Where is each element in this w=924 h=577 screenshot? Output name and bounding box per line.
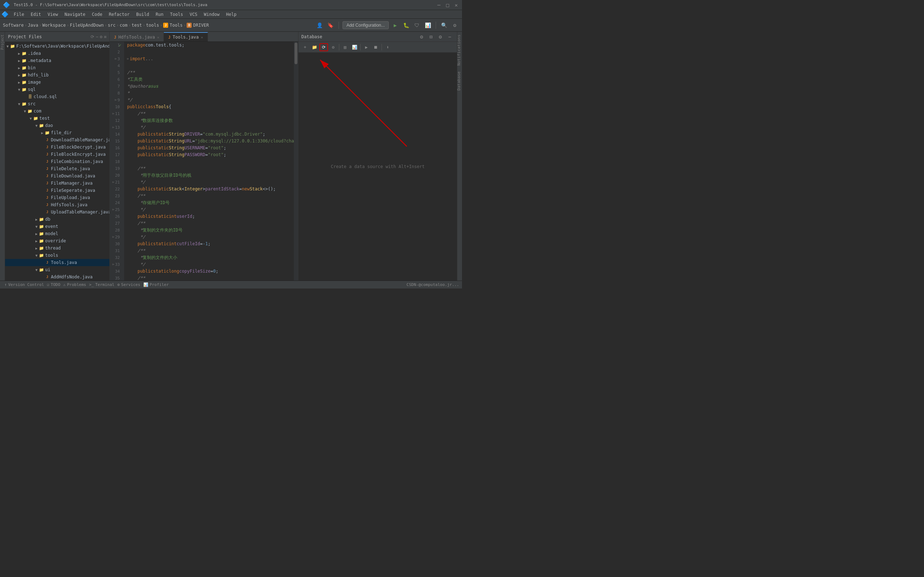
- code-editor[interactable]: 1✓ 2 ⊳3 4 5 6 7 8 ⊳9 10 ⊳11 12 ⊳13 14 15…: [110, 42, 298, 280]
- tree-item-db[interactable]: ▶ 📁 db: [5, 216, 109, 223]
- db-panel-pin[interactable]: −: [446, 32, 454, 41]
- tab-close-Tools[interactable]: ✕: [201, 35, 203, 39]
- scroll-indicator[interactable]: [294, 42, 298, 280]
- terminal-tab[interactable]: >_ Terminal: [88, 282, 116, 287]
- tree-item-dao[interactable]: ▼ 📁 dao: [5, 122, 109, 129]
- db-panel-layout[interactable]: ⊟: [426, 32, 435, 41]
- breadcrumb-com[interactable]: com: [120, 23, 128, 28]
- tree-item-thread[interactable]: ▶ 📁 thread: [5, 245, 109, 252]
- db-add-btn[interactable]: +: [300, 43, 309, 51]
- tree-item-FileDelete[interactable]: ▶ J FileDelete.java: [5, 165, 109, 172]
- breadcrumb-fileupanddown[interactable]: FileUpAndDown: [69, 23, 103, 28]
- db-settings-btn[interactable]: ⚙: [329, 43, 338, 51]
- db-run-btn[interactable]: ▶: [362, 43, 371, 51]
- db-folder-btn[interactable]: 📁: [310, 43, 319, 51]
- tree-item-FileDownload[interactable]: ▶ J FileDownload.java: [5, 172, 109, 180]
- minimize-button[interactable]: ─: [436, 2, 442, 8]
- breadcrumb-java[interactable]: Java: [28, 23, 38, 28]
- tree-item-FileSeperate[interactable]: ▶ J FileSeperate.java: [5, 187, 109, 194]
- tree-item-sql[interactable]: ▼ 📁 sql: [5, 86, 109, 93]
- tree-item-DownloadTableManager[interactable]: ▶ J DownloadTableManager.java: [5, 136, 109, 143]
- tree-item-UploadTableManager[interactable]: ▶ J UploadTableManager.java: [5, 208, 109, 216]
- menu-file[interactable]: File: [11, 11, 27, 18]
- db-stop-btn[interactable]: ⏹: [372, 43, 380, 51]
- db-panel-gear[interactable]: ⚙: [436, 32, 445, 41]
- db-refresh-highlighted-btn[interactable]: ⟳: [320, 43, 328, 51]
- tree-item-tools[interactable]: ▼ 📁 tools: [5, 252, 109, 259]
- menu-tools[interactable]: Tools: [167, 11, 186, 18]
- tree-item-FileBlockEncrypt[interactable]: ▶ J FileBlockEncrypt.java: [5, 151, 109, 158]
- services-tab[interactable]: ⚙ Services: [116, 282, 142, 287]
- breadcrumb-software[interactable]: Software: [3, 23, 24, 28]
- coverage-btn[interactable]: 🛡: [412, 21, 421, 29]
- tree-item-metadata[interactable]: ▶ 📁 .metadata: [5, 57, 109, 64]
- panel-settings-btn[interactable]: ⚙: [100, 34, 102, 39]
- breadcrumb-driver[interactable]: DRIVER: [193, 23, 208, 28]
- tree-item-model[interactable]: ▶ 📁 model: [5, 230, 109, 237]
- search-everywhere-btn[interactable]: 👤: [315, 21, 324, 29]
- tree-item-FileBlockDecrypt[interactable]: ▶ J FileBlockDecrypt.java: [5, 143, 109, 151]
- tree-item-file-dir[interactable]: ▶ 📁 file_dir: [5, 129, 109, 136]
- tree-item-Tools-java[interactable]: ▶ J Tools.java: [5, 259, 109, 266]
- menu-help[interactable]: Help: [223, 11, 239, 18]
- add-configuration-button[interactable]: Add Configuration...: [342, 21, 389, 29]
- db-schema-btn[interactable]: 📊: [350, 43, 359, 51]
- profiler-tab[interactable]: 📊 Profiler: [142, 282, 170, 287]
- db-console-btn[interactable]: ▤: [341, 43, 349, 51]
- tree-item-event[interactable]: ▼ 📁 event: [5, 223, 109, 230]
- breadcrumb-workspace[interactable]: Workspace: [42, 23, 66, 28]
- panel-gear-btn[interactable]: ≡: [104, 34, 107, 39]
- tab-Tools[interactable]: J Tools.java ✕: [164, 32, 208, 42]
- profile-btn[interactable]: 📊: [423, 21, 432, 29]
- breadcrumb-tools[interactable]: tools: [146, 23, 159, 28]
- tree-item-FileUpload[interactable]: ▶ J FileUpload.java: [5, 194, 109, 201]
- tab-HdfsTools[interactable]: J HdfsTools.java ✕: [110, 32, 164, 42]
- breadcrumb-current-file[interactable]: Tools: [170, 23, 183, 28]
- tree-item-ui[interactable]: ▼ 📁 ui: [5, 266, 109, 273]
- db-panel-settings[interactable]: ⚙: [417, 32, 426, 41]
- menu-navigate[interactable]: Navigate: [62, 11, 89, 18]
- tree-item-test[interactable]: ▼ 📁 test: [5, 115, 109, 122]
- tab-close-HdfsTools[interactable]: ✕: [157, 35, 159, 39]
- debug-config-btn[interactable]: 🐛: [402, 21, 410, 29]
- code-content[interactable]: package com.test.tools; ⊳import ... /** …: [124, 42, 294, 280]
- project-panel-tab[interactable]: Project: [0, 33, 5, 51]
- menu-window[interactable]: Window: [201, 11, 222, 18]
- db-filter-btn[interactable]: ⬇: [383, 43, 392, 51]
- tree-item-idea[interactable]: ▶ 📁 .idea: [5, 50, 109, 57]
- close-button[interactable]: ✕: [453, 2, 459, 8]
- tree-item-AddHdfsNode[interactable]: ▶ J AddHdfsNode.java: [5, 273, 109, 280]
- settings-btn[interactable]: ⚙: [451, 21, 459, 29]
- search-btn[interactable]: 🔍: [439, 21, 448, 29]
- database-tab[interactable]: Database: [457, 69, 462, 93]
- menu-view[interactable]: View: [45, 11, 61, 18]
- maximize-button[interactable]: □: [445, 2, 451, 8]
- tree-item-override[interactable]: ▶ 📁 override: [5, 237, 109, 245]
- tree-root[interactable]: ▼ 📁 F:\Software\Java\Workspace\FileUpAnd…: [5, 43, 109, 50]
- menu-edit[interactable]: Edit: [28, 11, 44, 18]
- menu-code[interactable]: Code: [89, 11, 105, 18]
- tree-item-HdfsTools[interactable]: ▶ J HdfsTools.java: [5, 201, 109, 208]
- menu-build[interactable]: Build: [133, 11, 152, 18]
- tree-item-src[interactable]: ▼ 📁 src: [5, 100, 109, 108]
- notifications-tab[interactable]: Notifications: [457, 32, 462, 69]
- vcs-tab[interactable]: ↑ Version Control: [3, 282, 45, 287]
- breadcrumb-src[interactable]: src: [108, 23, 116, 28]
- tree-item-image[interactable]: ▶ 📁 image: [5, 79, 109, 86]
- todo-tab[interactable]: ☑ TODO: [45, 282, 62, 287]
- tree-item-hdfs-lib[interactable]: ▶ 📁 hdfs_lib: [5, 71, 109, 79]
- scroll-thumb[interactable]: [294, 43, 297, 64]
- menu-run[interactable]: Run: [153, 11, 166, 18]
- menu-vcs[interactable]: VCS: [187, 11, 200, 18]
- menu-refactor[interactable]: Refactor: [106, 11, 132, 18]
- panel-sync-btn[interactable]: ⟳: [90, 34, 94, 39]
- bookmark-btn[interactable]: 🔖: [326, 21, 335, 29]
- panel-collapse-btn[interactable]: −: [96, 34, 98, 39]
- tree-item-bin[interactable]: ▶ 📁 bin: [5, 64, 109, 71]
- run-config-btn[interactable]: ▶: [391, 21, 399, 29]
- breadcrumb-test[interactable]: test: [131, 23, 142, 28]
- tree-item-cloud-sql[interactable]: ▶ 🗄 cloud.sql: [5, 93, 109, 100]
- tree-item-FileCombination[interactable]: ▶ J FileCombination.java: [5, 158, 109, 165]
- problems-tab[interactable]: ⚠ Problems: [62, 282, 88, 287]
- tree-item-FileManager[interactable]: ▶ J FileManager.java: [5, 180, 109, 187]
